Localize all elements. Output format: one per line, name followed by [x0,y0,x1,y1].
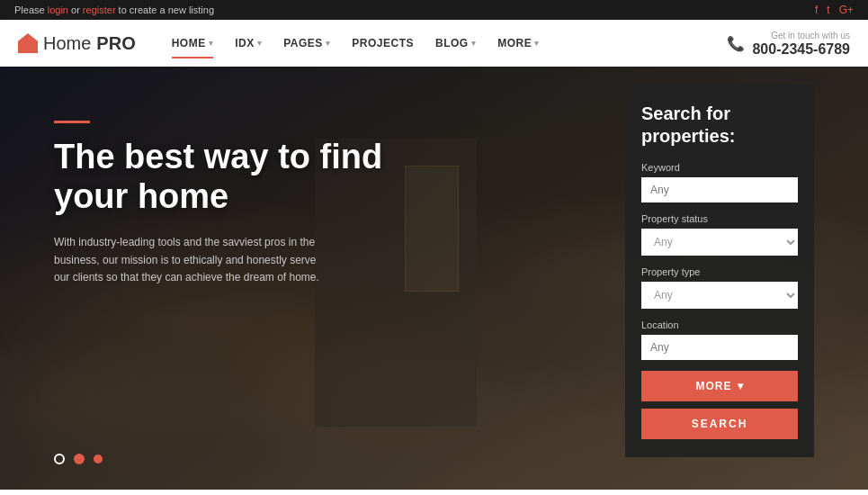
chevron-down-icon: ▾ [326,39,331,48]
search-title: Search for properties: [641,103,798,148]
nav-home[interactable]: HOME ▾ [163,32,223,55]
property-type-field: Property type Any House Apartment Commer… [641,266,798,309]
top-bar: Please login or register to create a new… [0,0,868,20]
contact-phone[interactable]: 800-2345-6789 [752,41,850,58]
chevron-down-icon: ▾ [534,39,540,48]
logo-house-icon [18,33,38,53]
search-panel: Search for properties: Keyword Property … [625,85,814,457]
chevron-down-icon: ▾ [209,39,214,48]
main-nav: HOME ▾ IDX ▾ PAGES ▾ PROJECTS BLOG ▾ MOR… [163,32,728,55]
status-select[interactable]: Any For Sale For Rent [641,229,798,256]
social-links: f t G+ [815,4,854,16]
hero-title: The best way to find your home [54,138,396,216]
header: HomePRO HOME ▾ IDX ▾ PAGES ▾ PROJECTS BL… [0,20,868,67]
hero-content: The best way to find your home With indu… [54,121,396,286]
status-label: Property status [641,213,798,224]
location-input[interactable] [641,335,798,360]
logo-home-text: Home [43,33,91,54]
property-status-field: Property status Any For Sale For Rent [641,213,798,256]
location-label: Location [641,320,798,330]
facebook-icon[interactable]: f [815,4,818,16]
slide-indicators [54,454,103,464]
chevron-down-icon: ▾ [738,380,744,392]
nav-projects[interactable]: PROJECTS [343,32,423,55]
chevron-down-icon: ▾ [257,39,263,48]
hero-section: The best way to find your home With indu… [0,67,868,490]
nav-pages[interactable]: PAGES ▾ [274,32,339,55]
type-label: Property type [641,266,798,277]
hero-subtitle: With industry-leading tools and the savv… [54,234,324,286]
register-link[interactable]: register [83,4,116,15]
logo[interactable]: HomePRO [18,33,136,54]
search-button[interactable]: SEARCH [641,409,798,439]
accent-line [54,121,90,123]
chevron-down-icon: ▾ [471,39,477,48]
top-message: Please login or register to create a new… [14,4,214,15]
keyword-input[interactable] [641,177,798,202]
keyword-field: Keyword [641,162,798,202]
login-link[interactable]: login [48,4,68,15]
logo-pro-text: PRO [96,33,135,54]
nav-blog[interactable]: BLOG ▾ [426,32,485,55]
more-button[interactable]: MORE ▾ [641,371,798,401]
contact-info: 📞 Get in touch with us 800-2345-6789 [727,30,850,58]
contact-tagline: Get in touch with us [752,30,850,41]
keyword-label: Keyword [641,162,798,173]
slide-dot-2[interactable] [74,454,85,464]
twitter-icon[interactable]: t [827,4,829,16]
nav-more[interactable]: MORE ▾ [488,32,549,55]
type-select[interactable]: Any House Apartment Commercial [641,282,798,309]
slide-dot-1[interactable] [54,454,65,464]
slide-dot-3[interactable] [94,454,103,464]
location-field: Location [641,320,798,360]
nav-idx[interactable]: IDX ▾ [226,32,271,55]
phone-icon: 📞 [727,35,745,52]
googleplus-icon[interactable]: G+ [839,4,854,16]
